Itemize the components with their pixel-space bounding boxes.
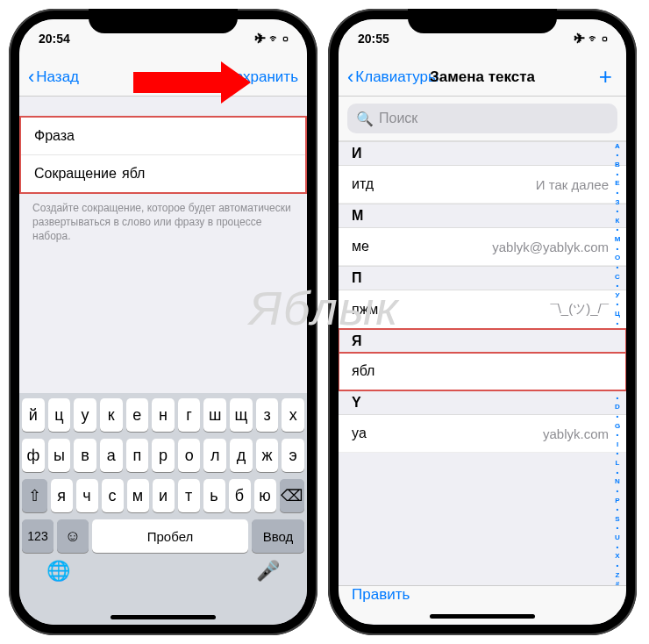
mic-icon[interactable]: 🎤 — [256, 560, 280, 583]
index-char[interactable]: З — [615, 198, 619, 206]
enter-key[interactable]: Ввод — [252, 519, 304, 553]
edit-button[interactable]: Править — [352, 586, 410, 604]
index-char[interactable]: Z — [616, 571, 620, 579]
search-icon: 🔍 — [356, 111, 374, 127]
space-key[interactable]: Пробел — [92, 519, 248, 553]
key-ы[interactable]: ы — [48, 439, 71, 472]
key-е[interactable]: е — [126, 398, 149, 432]
emoji-key[interactable]: ☺ — [57, 519, 89, 553]
index-char[interactable]: К — [616, 217, 620, 225]
list-item[interactable]: меyablyk@yablyk.com — [339, 228, 626, 266]
nav-bar: ‹ Клавиатуры Замена текста + — [339, 58, 626, 97]
key-ч[interactable]: ч — [76, 479, 98, 512]
key-у[interactable]: у — [74, 398, 96, 432]
index-char[interactable]: N — [615, 477, 620, 485]
backspace-key[interactable]: ⌫ — [280, 479, 305, 512]
index-char[interactable]: U — [615, 533, 620, 541]
key-р[interactable]: р — [152, 439, 175, 472]
key-ж[interactable]: ж — [256, 439, 279, 472]
key-з[interactable]: з — [256, 398, 279, 432]
key-я[interactable]: я — [51, 479, 73, 512]
list-item[interactable]: yayablyk.com — [339, 415, 626, 453]
index-char[interactable]: • — [617, 225, 619, 233]
key-ш[interactable]: ш — [203, 398, 226, 432]
key-й[interactable]: й — [22, 398, 45, 432]
back-button[interactable]: ‹ Назад — [28, 66, 79, 89]
key-л[interactable]: л — [203, 439, 226, 472]
index-char[interactable]: X — [615, 552, 619, 560]
index-char[interactable]: М — [615, 235, 621, 243]
index-char[interactable]: I — [617, 440, 618, 448]
index-char[interactable]: • — [617, 524, 619, 532]
index-char[interactable]: • — [617, 300, 619, 308]
index-char[interactable]: • — [617, 487, 619, 495]
index-char[interactable]: У — [616, 291, 620, 299]
index-char[interactable]: • — [617, 245, 619, 253]
index-char[interactable]: G — [615, 422, 620, 430]
index-char[interactable]: L — [616, 459, 620, 467]
index-char[interactable]: А — [615, 142, 620, 150]
index-char[interactable]: • — [617, 207, 619, 215]
key-о[interactable]: о — [178, 439, 201, 472]
index-char[interactable]: • — [617, 412, 619, 420]
list-item[interactable]: итдИ так далее — [339, 166, 626, 204]
index-char[interactable]: С — [615, 273, 620, 281]
add-button[interactable]: + — [599, 63, 617, 90]
index-char[interactable]: P — [615, 497, 619, 504]
home-indicator[interactable] — [430, 614, 535, 619]
key-м[interactable]: м — [127, 479, 149, 512]
search-input[interactable]: 🔍 Поиск — [347, 104, 617, 133]
home-indicator[interactable] — [111, 615, 216, 619]
index-char[interactable]: • — [617, 189, 619, 197]
key-э[interactable]: э — [282, 439, 304, 472]
back-button[interactable]: ‹ Клавиатуры — [347, 66, 439, 89]
phrase-field[interactable]: Фраза — [21, 118, 305, 155]
list-item[interactable]: ябл — [339, 353, 626, 390]
chevron-left-icon: ‹ — [347, 66, 353, 89]
key-п[interactable]: п — [126, 439, 149, 472]
key-в[interactable]: в — [74, 439, 96, 472]
item-phrase: yablyk.com — [543, 426, 609, 441]
item-shortcut: ya — [352, 426, 367, 441]
numbers-key[interactable]: 123 — [22, 519, 53, 553]
index-char[interactable]: • — [617, 263, 619, 271]
index-char[interactable]: • — [617, 469, 619, 476]
shift-key[interactable]: ⇧ — [22, 479, 47, 512]
key-н[interactable]: н — [152, 398, 175, 432]
index-char[interactable]: S — [615, 515, 619, 523]
item-shortcut: ме — [352, 239, 369, 254]
index-char[interactable]: Е — [615, 179, 619, 187]
globe-icon[interactable]: 🌐 — [46, 560, 70, 583]
index-char[interactable]: • — [617, 319, 619, 327]
key-с[interactable]: с — [102, 479, 124, 512]
shortcut-field[interactable]: Сокращение ябл — [21, 155, 305, 192]
key-ф[interactable]: ф — [22, 439, 45, 472]
key-б[interactable]: б — [229, 479, 251, 512]
key-т[interactable]: т — [178, 479, 200, 512]
index-char[interactable]: • — [617, 449, 619, 457]
key-к[interactable]: к — [100, 398, 123, 432]
key-и[interactable]: и — [153, 479, 175, 512]
index-char[interactable]: • — [617, 431, 619, 439]
index-char[interactable]: D — [615, 403, 620, 411]
index-char[interactable]: Ц — [615, 310, 620, 318]
key-ц[interactable]: ц — [48, 398, 71, 432]
key-г[interactable]: г — [178, 398, 201, 432]
index-char[interactable]: • — [617, 170, 619, 178]
key-х[interactable]: х — [282, 398, 304, 432]
index-char[interactable]: • — [617, 505, 619, 513]
key-ь[interactable]: ь — [203, 479, 225, 512]
index-char[interactable]: • — [617, 562, 619, 569]
key-д[interactable]: д — [230, 439, 253, 472]
index-char[interactable]: • — [617, 394, 619, 402]
key-а[interactable]: а — [100, 439, 123, 472]
key-щ[interactable]: щ — [230, 398, 253, 432]
index-char[interactable]: • — [617, 543, 619, 551]
index-char[interactable]: • — [617, 282, 619, 290]
index-char[interactable]: О — [615, 254, 620, 261]
status-time: 20:55 — [358, 32, 389, 46]
index-char[interactable]: В — [615, 161, 620, 168]
key-ю[interactable]: ю — [254, 479, 276, 512]
list-item[interactable]: пжм¯\_(ツ)_/¯ — [339, 290, 626, 329]
index-char[interactable]: • — [617, 151, 619, 159]
